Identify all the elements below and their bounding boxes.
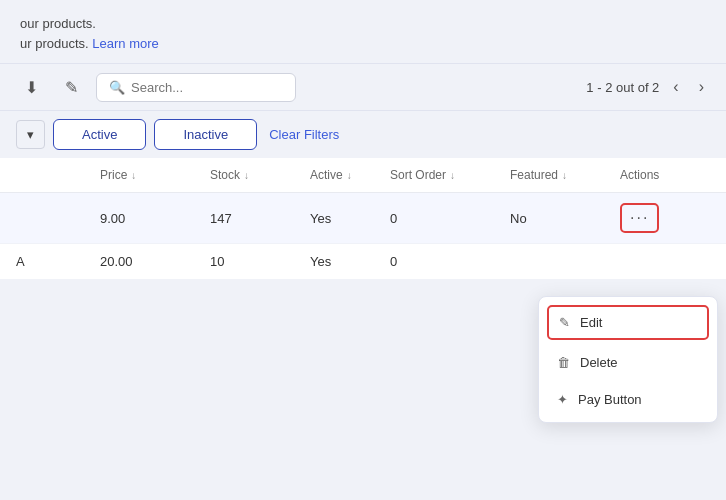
search-input[interactable] xyxy=(131,80,283,95)
edit-menu-icon: ✎ xyxy=(559,315,570,330)
search-icon: 🔍 xyxy=(109,80,125,95)
col-featured: Featured ↓ xyxy=(510,168,620,182)
filter-dropdown-button[interactable]: ▾ xyxy=(16,120,45,149)
pay-button-menu-icon: ✦ xyxy=(557,392,568,407)
inactive-filter-button[interactable]: Inactive xyxy=(154,119,257,150)
row1-actions-button[interactable]: ··· xyxy=(620,203,659,233)
context-menu-pay-button[interactable]: ✦ Pay Button xyxy=(539,381,717,418)
row2-stock: 10 xyxy=(210,254,310,269)
featured-sort-icon: ↓ xyxy=(562,170,567,181)
col-sort-order: Sort Order ↓ xyxy=(390,168,510,182)
context-menu: ✎ Edit 🗑 Delete ✦ Pay Button xyxy=(538,296,718,423)
row1-active: Yes xyxy=(310,211,390,226)
pagination: 1 - 2 out of 2 ‹ › xyxy=(586,76,710,98)
active-filter-button[interactable]: Active xyxy=(53,119,146,150)
col-name xyxy=(16,168,100,182)
col-active: Active ↓ xyxy=(310,168,390,182)
col-price: Price ↓ xyxy=(100,168,210,182)
sort-order-sort-icon: ↓ xyxy=(450,170,455,181)
row1-stock: 147 xyxy=(210,211,310,226)
filter-bar: ▾ Active Inactive Clear Filters xyxy=(0,110,726,158)
top-bar: our products. ur products. Learn more xyxy=(0,0,726,63)
table-header: Price ↓ Stock ↓ Active ↓ Sort Order ↓ Fe… xyxy=(0,158,726,193)
context-menu-delete[interactable]: 🗑 Delete xyxy=(539,344,717,381)
table-row: 9.00 147 Yes 0 No ··· xyxy=(0,193,726,244)
next-page-button[interactable]: › xyxy=(693,76,710,98)
col-actions: Actions xyxy=(620,168,710,182)
top-text-line1: our products. xyxy=(20,14,706,34)
row1-sort-order: 0 xyxy=(390,211,510,226)
row2-sort-order: 0 xyxy=(390,254,510,269)
download-icon[interactable]: ⬇ xyxy=(16,72,46,102)
active-sort-icon: ↓ xyxy=(347,170,352,181)
top-text-line2: ur products. Learn more xyxy=(20,34,706,54)
price-sort-icon: ↓ xyxy=(131,170,136,181)
prev-page-button[interactable]: ‹ xyxy=(667,76,684,98)
search-box[interactable]: 🔍 xyxy=(96,73,296,102)
row1-price: 9.00 xyxy=(100,211,210,226)
delete-menu-icon: 🗑 xyxy=(557,355,570,370)
context-menu-edit[interactable]: ✎ Edit xyxy=(547,305,709,340)
row2-active: Yes xyxy=(310,254,390,269)
row1-actions-cell: ··· xyxy=(620,203,710,233)
col-stock: Stock ↓ xyxy=(210,168,310,182)
table-row: A 20.00 10 Yes 0 xyxy=(0,244,726,280)
edit-icon[interactable]: ✎ xyxy=(56,72,86,102)
row2-name: A xyxy=(16,254,100,269)
table-container: Price ↓ Stock ↓ Active ↓ Sort Order ↓ Fe… xyxy=(0,158,726,280)
learn-more-link[interactable]: Learn more xyxy=(92,36,158,51)
row2-price: 20.00 xyxy=(100,254,210,269)
pagination-text: 1 - 2 out of 2 xyxy=(586,80,659,95)
stock-sort-icon: ↓ xyxy=(244,170,249,181)
row1-featured: No xyxy=(510,211,620,226)
clear-filters-button[interactable]: Clear Filters xyxy=(269,127,339,142)
toolbar: ⬇ ✎ 🔍 1 - 2 out of 2 ‹ › xyxy=(0,63,726,110)
